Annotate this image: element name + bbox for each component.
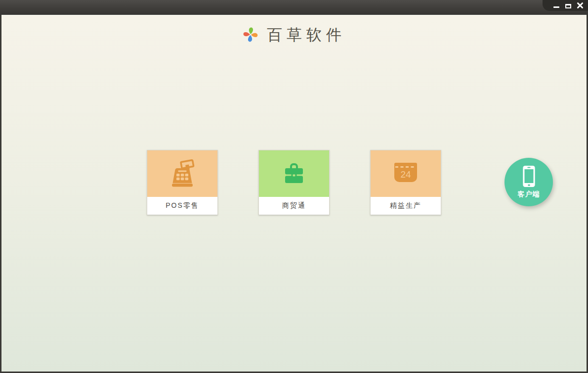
- product-card-production[interactable]: 24 精益生产: [370, 150, 441, 215]
- pinwheel-logo-icon: [242, 26, 259, 43]
- client-button-label: 客户端: [518, 190, 540, 199]
- minimize-icon: [553, 6, 559, 8]
- main-content: 百草软件: [1, 15, 587, 372]
- cash-register-icon: [168, 159, 197, 188]
- app-header: 百草软件: [1, 15, 587, 43]
- maximize-icon: [565, 4, 571, 8]
- calendar-icon: 24: [391, 159, 420, 188]
- product-cards: POS零售 商贸通 24: [147, 150, 441, 215]
- client-button[interactable]: 客户端: [504, 158, 553, 206]
- minimize-button[interactable]: [553, 1, 560, 9]
- trade-card-label: 商贸通: [259, 197, 329, 215]
- production-card-tile: 24: [371, 150, 441, 197]
- pos-card-tile: [147, 150, 217, 197]
- titlebar[interactable]: [0, 0, 588, 15]
- calendar-badge: 24: [400, 169, 411, 180]
- trade-card-tile: [259, 150, 329, 197]
- maximize-button[interactable]: [565, 1, 572, 9]
- application-window: { "titlebar": { "controls": [ {"name": "…: [0, 0, 588, 373]
- window-controls: [543, 0, 588, 11]
- close-button[interactable]: [577, 1, 584, 9]
- pos-card-label: POS零售: [147, 197, 217, 215]
- close-icon: [577, 2, 583, 8]
- production-card-label: 精益生产: [371, 197, 441, 215]
- product-card-trade[interactable]: 商贸通: [258, 150, 330, 215]
- smartphone-icon: [522, 165, 536, 187]
- briefcase-icon: [279, 159, 309, 188]
- app-title: 百草软件: [267, 27, 346, 43]
- product-card-pos[interactable]: POS零售: [147, 150, 218, 215]
